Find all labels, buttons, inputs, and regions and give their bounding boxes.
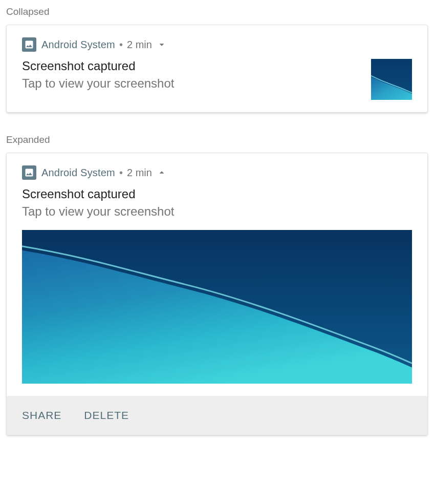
notification-title: Screenshot captured [22,59,363,73]
delete-button[interactable]: DELETE [84,409,129,422]
action-bar: SHARE DELETE [7,396,427,435]
notification-card-expanded[interactable]: Android System • 2 min Screenshot captur… [6,153,428,435]
separator-dot: • [119,167,123,179]
expanded-label: Expanded [6,134,428,145]
separator-dot: • [119,39,123,51]
notification-subtitle: Tap to view your screenshot [22,76,363,91]
collapsed-label: Collapsed [6,6,428,17]
chevron-up-icon[interactable] [156,167,167,178]
screenshot-preview [22,230,412,384]
notification-card-collapsed[interactable]: Android System • 2 min Screenshot captur… [6,25,428,113]
share-button[interactable]: SHARE [22,409,61,422]
app-name: Android System [41,39,115,51]
notification-header: Android System • 2 min [22,37,412,52]
image-icon [22,37,36,52]
notification-title: Screenshot captured [22,187,412,201]
notification-header: Android System • 2 min [22,165,412,180]
screenshot-thumbnail [371,59,412,100]
app-name: Android System [41,167,115,179]
timestamp: 2 min [127,167,152,179]
chevron-down-icon[interactable] [156,39,167,50]
timestamp: 2 min [127,39,152,51]
notification-subtitle: Tap to view your screenshot [22,204,412,219]
image-icon [22,165,36,180]
